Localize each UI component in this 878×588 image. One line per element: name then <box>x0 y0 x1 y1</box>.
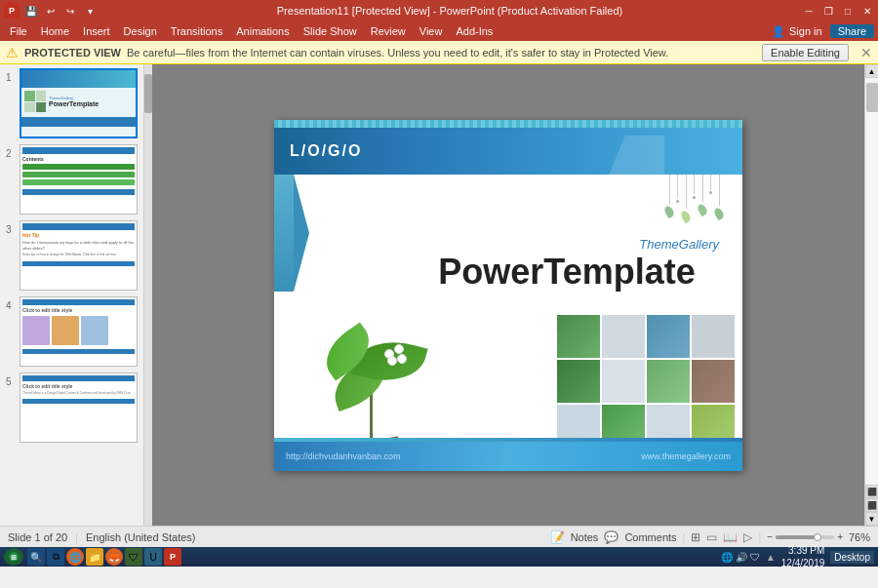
menu-file[interactable]: File <box>4 23 33 39</box>
menu-addins[interactable]: Add-Ins <box>450 23 499 39</box>
volume-icon[interactable]: 🔊 <box>736 552 747 563</box>
view-presenter-icon[interactable]: ▷ <box>743 530 752 544</box>
slide-thumb-5[interactable]: 5 Click to edit title style ThemeGallery… <box>6 372 138 443</box>
menu-home[interactable]: Home <box>35 23 75 39</box>
slide-thumb-2[interactable]: 2 Contents <box>6 144 138 215</box>
notes-icon[interactable]: 📝 <box>550 530 565 544</box>
enable-editing-button[interactable]: Enable Editing <box>762 44 849 61</box>
slide-photo-grid <box>557 315 735 448</box>
photo-cell-2 <box>602 315 645 358</box>
view-reading-icon[interactable]: 📖 <box>723 530 738 544</box>
view-normal-icon[interactable]: ⊞ <box>691 530 700 544</box>
photo-cell-1 <box>557 315 600 358</box>
tb-unikey-icon[interactable]: U <box>144 548 162 566</box>
security-icon[interactable]: 🛡 <box>750 552 760 563</box>
slide-preview-2: Contents <box>20 144 138 215</box>
show-desktop-button[interactable]: Desktop <box>830 551 874 564</box>
app-icon: P <box>4 3 20 19</box>
scroll-down-arrow[interactable]: ▼ <box>865 512 879 526</box>
photo-cell-4 <box>692 315 735 358</box>
photo-cell-6 <box>602 360 645 403</box>
menu-slideshow[interactable]: Slide Show <box>298 23 363 39</box>
svg-text:⊞: ⊞ <box>11 554 17 561</box>
menu-animations[interactable]: Animations <box>230 23 295 39</box>
menu-insert[interactable]: Insert <box>77 23 116 39</box>
slide-canvas: L/O/G/O ThemeGallery PowerTemplate <box>274 120 742 471</box>
slide-deco-elements <box>665 175 723 222</box>
tb-firefox-icon[interactable]: 🦊 <box>105 548 123 566</box>
slide-panel: 1 ThemeGallery PowerTemplate <box>0 64 144 526</box>
menu-transitions[interactable]: Transitions <box>165 23 228 39</box>
maximize-button[interactable]: □ <box>841 4 855 18</box>
zoom-percent[interactable]: 76% <box>849 531 870 543</box>
slide-url-left: http://dichvudanhvanban.com <box>286 451 401 461</box>
tb-folder-icon[interactable]: 📁 <box>86 548 103 566</box>
menu-review[interactable]: Review <box>365 23 412 39</box>
tb-chrome-icon[interactable]: 🌐 <box>66 548 84 566</box>
sign-in-btn[interactable]: 👤Sign in <box>772 25 822 38</box>
notes-label[interactable]: Notes <box>571 531 599 543</box>
slide-preview-3: Hot Tip How do I incorporate my logo for… <box>20 220 138 291</box>
comments-label[interactable]: Comments <box>624 531 676 543</box>
right-scrollbar[interactable]: ▲ ⬛ ⬛ ▼ <box>864 64 878 526</box>
protected-view-text: Be careful—files from the Internet can c… <box>127 47 756 59</box>
slide-header-band: L/O/G/O <box>274 128 742 175</box>
slide-thumb-4[interactable]: 4 Click to edit title style <box>6 296 138 367</box>
redo-icon[interactable]: ↪ <box>62 3 78 19</box>
network-icon[interactable]: 🌐 <box>721 552 733 563</box>
scroll-thumb[interactable] <box>866 83 878 112</box>
slide-preview-4: Click to edit title style <box>20 296 138 367</box>
zoom-slider[interactable]: − + <box>767 531 843 542</box>
zoom-track[interactable] <box>776 535 834 539</box>
quick-access-icon[interactable]: ▾ <box>82 3 98 19</box>
status-right-tools: 📝 Notes 💬 Comments | ⊞ ▭ 📖 ▷ | − + 76% <box>550 530 870 544</box>
slide-panel-scrollbar[interactable] <box>144 64 152 526</box>
zoom-thumb[interactable] <box>814 533 821 541</box>
scroll-bar-handle2[interactable]: ⬛ <box>865 498 879 512</box>
menu-bar: File Home Insert Design Transitions Anim… <box>0 21 878 41</box>
title-bar: P 💾 ↩ ↪ ▾ Presentation11 [Protected View… <box>0 0 878 21</box>
date-display: 12/4/2019 <box>781 557 825 569</box>
protected-view-close[interactable]: ✕ <box>860 45 872 60</box>
tb-powerpoint-icon[interactable]: P <box>164 548 181 566</box>
minimize-button[interactable]: ─ <box>802 4 816 18</box>
title-right-icons: ─ ❐ □ ✕ <box>802 4 874 18</box>
undo-icon[interactable]: ↩ <box>43 3 59 19</box>
scroll-track <box>865 78 878 485</box>
slide-preview-1: ThemeGallery PowerTemplate <box>20 68 138 138</box>
photo-cell-5 <box>557 360 600 403</box>
slide-thumb-3[interactable]: 3 Hot Tip How do I incorporate my logo f… <box>6 220 138 291</box>
taskbar-notify: 🌐 🔊 🛡 <box>721 552 760 563</box>
time-display: 3:39 PM <box>781 544 825 557</box>
close-button[interactable]: ✕ <box>860 4 874 18</box>
save-icon[interactable]: 💾 <box>23 3 39 19</box>
view-slide-icon[interactable]: ▭ <box>706 530 717 544</box>
photo-cell-8 <box>692 360 735 403</box>
slide-ribbon-left <box>274 175 294 292</box>
comments-icon[interactable]: 💬 <box>604 530 619 544</box>
start-button[interactable]: ⊞ <box>4 548 23 566</box>
scrollbar-thumb[interactable] <box>144 74 152 113</box>
scroll-up-arrow[interactable]: ▲ <box>865 64 879 78</box>
system-time[interactable]: 3:39 PM 12/4/2019 <box>781 544 825 569</box>
tb-search-icon[interactable]: 🔍 <box>27 548 45 566</box>
zoom-out-icon[interactable]: − <box>767 531 773 542</box>
tb-taskview-icon[interactable]: ⧉ <box>47 548 64 566</box>
tb-superantispyware-icon[interactable]: 🛡 <box>125 548 142 566</box>
expand-notify-icon[interactable]: ▲ <box>766 552 776 563</box>
protected-view-bar: ⚠ PROTECTED VIEW Be careful—files from t… <box>0 41 878 64</box>
slide-thumb-1[interactable]: 1 ThemeGallery PowerTemplate <box>6 68 138 138</box>
slide-num-1: 1 <box>6 72 16 83</box>
share-btn[interactable]: Share <box>830 24 874 38</box>
slide-bottom-banner: http://dichvudanhvanban.com www.themegal… <box>274 442 742 471</box>
menu-design[interactable]: Design <box>118 23 163 39</box>
photo-cell-3 <box>647 315 690 358</box>
menu-view[interactable]: View <box>414 23 449 39</box>
restore-button[interactable]: ❐ <box>821 4 835 18</box>
photo-cell-7 <box>647 360 690 403</box>
zoom-in-icon[interactable]: + <box>837 531 843 542</box>
status-sep3: | <box>758 531 761 543</box>
menu-right-area: 👤Sign in Share <box>772 24 874 38</box>
slide-powertemplate-text: PowerTemplate <box>411 252 723 293</box>
scroll-bar-handle[interactable]: ⬛ <box>865 485 879 498</box>
